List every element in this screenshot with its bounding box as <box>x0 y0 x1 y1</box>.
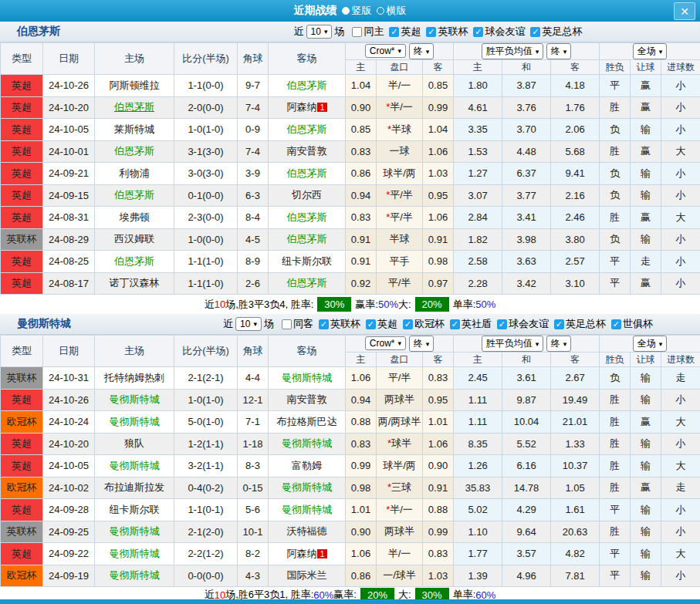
away-team-link[interactable]: 伯恩茅斯 <box>287 277 327 289</box>
handicap-odds-home: 1.01 <box>346 499 377 521</box>
avg-odds-draw: 3.98 <box>502 228 551 251</box>
home-team-link[interactable]: 莱斯特城 <box>114 123 154 135</box>
home-team-link[interactable]: 埃弗顿 <box>120 211 150 223</box>
match-date: 24-09-19 <box>43 565 95 587</box>
league-checkbox[interactable]: ✓ <box>389 27 399 37</box>
score: 2-2(1-2) <box>174 543 238 565</box>
bookmaker-select[interactable]: Crow*▾ <box>365 336 406 350</box>
home-team-link[interactable]: 利物浦 <box>120 167 150 179</box>
away-team-link[interactable]: 伯恩茅斯 <box>287 233 327 245</box>
col-odds-away: 客 <box>423 60 454 75</box>
avg-select-group: 胜平负均值▾ 终▾ <box>454 336 600 353</box>
home-team-link[interactable]: 曼彻斯特城 <box>110 548 160 559</box>
avg-odds-away: 2.46 <box>551 207 600 229</box>
away-team-link[interactable]: 南安普敦 <box>287 393 327 405</box>
match-count-select[interactable]: 10▾ <box>306 25 333 39</box>
league-checkbox[interactable]: ✓ <box>450 319 460 329</box>
radio-vertical-layout[interactable]: 竖版 <box>342 4 372 18</box>
league-checkbox[interactable]: ✓ <box>497 319 507 329</box>
away-team-link[interactable]: 阿森纳 <box>286 548 316 559</box>
away-team-link[interactable]: 曼彻斯特城 <box>282 437 332 449</box>
away-team-link[interactable]: 伯恩茅斯 <box>287 211 327 223</box>
away-team-link[interactable]: 富勒姆 <box>292 460 322 471</box>
match-count-select[interactable]: 10▾ <box>235 317 262 331</box>
summary-segment: 大: <box>398 298 411 312</box>
matches-table-mancity: 类型 日期 主场 比分(半场) 角球 客场 Crow*▾ 终▾ 胜平负均值▾ 终… <box>0 335 700 587</box>
home-team-link[interactable]: 伯恩茅斯 <box>114 189 154 201</box>
result-handicap: 输 <box>631 543 661 565</box>
handicap-line: 球半/两 <box>377 163 423 185</box>
home-team-link[interactable]: 曼彻斯特城 <box>110 416 160 427</box>
away-team-link[interactable]: 伯恩茅斯 <box>287 79 327 91</box>
away-team-link[interactable]: 曼彻斯特城 <box>282 504 332 515</box>
scope-select[interactable]: 全场▾ <box>633 336 668 352</box>
home-team-link[interactable]: 伯恩茅斯 <box>114 255 154 267</box>
avg-select[interactable]: 胜平负均值▾ <box>482 43 544 59</box>
odds-time-select[interactable]: 终▾ <box>409 43 435 59</box>
league-checkbox[interactable]: ✓ <box>403 319 413 329</box>
summary-segment: 10 <box>215 299 225 310</box>
away-team-link[interactable]: 切尔西 <box>292 189 322 201</box>
avg-odds-away: 20.63 <box>551 521 600 543</box>
away-team-link[interactable]: 国际米兰 <box>287 569 327 581</box>
scope-select[interactable]: 全场▾ <box>633 43 668 59</box>
league-checkbox[interactable]: ✓ <box>366 319 376 329</box>
home-team-link[interactable]: 诺丁汉森林 <box>110 277 160 289</box>
rank-badge: 1 <box>317 549 326 558</box>
home-team-link[interactable]: 伯恩茅斯 <box>114 145 154 157</box>
radio-horizontal-layout[interactable]: 横版 <box>377 4 407 18</box>
home-team-link[interactable]: 曼彻斯特城 <box>110 393 160 405</box>
match-row: 英超24-10-05莱斯特城1-0(1-0)0-9伯恩茅斯0.85*半球1.04… <box>1 119 700 141</box>
result-goals: 小 <box>661 389 700 411</box>
match-date: 24-10-26 <box>43 389 95 411</box>
same-venue-checkbox[interactable] <box>282 319 292 329</box>
home-team-link[interactable]: 布拉迪斯拉发 <box>104 481 164 493</box>
league-checkbox[interactable]: ✓ <box>426 27 436 37</box>
away-team-link[interactable]: 伯恩茅斯 <box>287 167 327 179</box>
home-team-link[interactable]: 纽卡斯尔联 <box>110 504 160 515</box>
home-team-link[interactable]: 曼彻斯特城 <box>110 460 160 471</box>
handicap-odds-home: 0.83 <box>346 140 377 163</box>
home-team-link[interactable]: 阿斯顿维拉 <box>110 79 160 91</box>
avg-select[interactable]: 胜平负均值▾ <box>482 336 544 352</box>
handicap-odds-away: 0.97 <box>423 272 454 295</box>
away-team-link[interactable]: 布拉格斯巴达 <box>277 416 337 427</box>
league-type-badge: 英联杯 <box>1 521 43 543</box>
home-team-link[interactable]: 狼队 <box>124 437 144 449</box>
league-checkbox[interactable]: ✓ <box>554 319 564 329</box>
col-odds-home: 主 <box>346 60 377 75</box>
result-goals: 大 <box>661 207 700 229</box>
home-team-link[interactable]: 曼彻斯特城 <box>110 569 160 581</box>
match-date: 24-10-01 <box>43 140 95 163</box>
close-button[interactable]: ✕ <box>674 2 695 20</box>
home-team-link[interactable]: 托特纳姆热刺 <box>104 372 164 383</box>
avg-time-select[interactable]: 终▾ <box>546 336 572 352</box>
bookmaker-select[interactable]: Crow*▾ <box>365 44 406 58</box>
league-type-badge: 欧冠杯 <box>1 565 43 587</box>
league-checkbox[interactable]: ✓ <box>319 319 329 329</box>
away-team-link[interactable]: 沃特福德 <box>287 525 327 537</box>
league-checkbox[interactable]: ✓ <box>611 319 621 329</box>
away-team-link[interactable]: 伯恩茅斯 <box>287 123 327 135</box>
away-team-link[interactable]: 曼彻斯特城 <box>282 372 332 383</box>
league-checkbox[interactable]: ✓ <box>473 27 483 37</box>
handicap-odds-home: 0.91 <box>346 228 377 251</box>
away-team-link[interactable]: 曼彻斯特城 <box>282 481 332 493</box>
league-type-badge: 英超 <box>1 433 43 455</box>
score: 3-0(3-0) <box>174 163 238 185</box>
home-team-link[interactable]: 西汉姆联 <box>114 233 154 245</box>
away-team-link[interactable]: 南安普敦 <box>287 145 327 157</box>
odds-time-select[interactable]: 终▾ <box>409 336 435 352</box>
result-handicap: 输 <box>631 433 661 455</box>
col-odds-home: 主 <box>346 353 377 367</box>
home-team-link[interactable]: 曼彻斯特城 <box>110 525 160 537</box>
result-handicap: 输 <box>631 499 661 521</box>
league-checkbox[interactable]: ✓ <box>530 27 540 37</box>
away-team-link[interactable]: 纽卡斯尔联 <box>282 255 332 267</box>
home-team-link[interactable]: 伯恩茅斯 <box>114 101 154 113</box>
avg-time-select[interactable]: 终▾ <box>546 43 572 59</box>
score: 1-1(0-1) <box>174 499 238 521</box>
result-goals: 小 <box>661 163 700 185</box>
away-team-link[interactable]: 阿森纳 <box>286 101 316 113</box>
same-venue-checkbox[interactable] <box>352 27 362 37</box>
